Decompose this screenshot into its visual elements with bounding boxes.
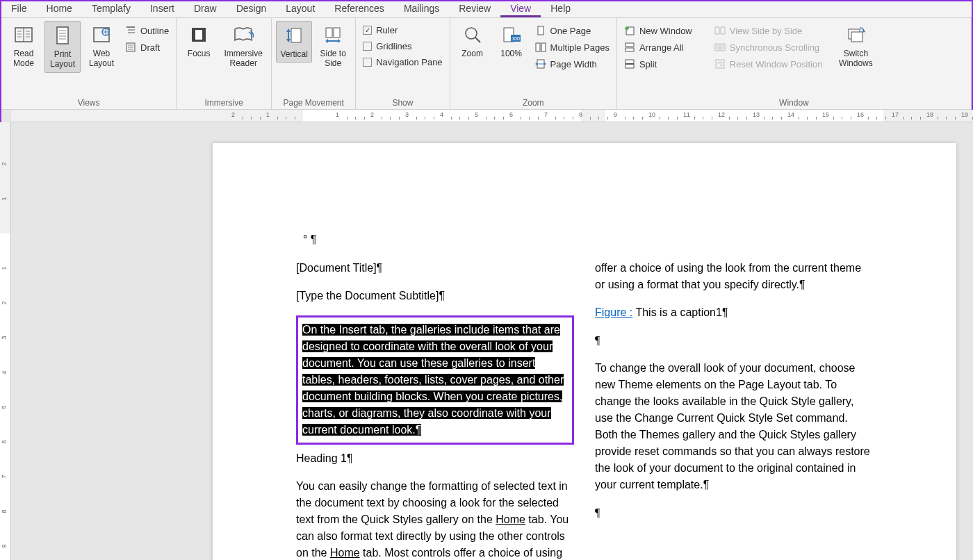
selection-highlight-box: On the Insert tab, the galleries include… bbox=[296, 315, 574, 445]
switch-windows-label: Switch Windows bbox=[836, 49, 875, 69]
zoom-icon bbox=[461, 24, 484, 46]
new-window-button[interactable]: New Window bbox=[621, 24, 695, 38]
gridlines-checkbox[interactable]: Gridlines bbox=[360, 40, 445, 53]
immersive-reader-icon bbox=[232, 24, 254, 46]
empty-para-1[interactable]: ¶ bbox=[595, 332, 873, 349]
multiple-pages-button[interactable]: Multiple Pages bbox=[532, 40, 612, 54]
vertical-ruler[interactable]: 21123456789 bbox=[0, 122, 11, 560]
read-mode-icon bbox=[13, 24, 35, 46]
document-title-placeholder[interactable]: [Document Title]¶ bbox=[296, 260, 574, 277]
focus-icon bbox=[188, 24, 210, 46]
switch-windows-button[interactable]: Switch Windows bbox=[835, 21, 876, 72]
menu-draw[interactable]: Draw bbox=[184, 1, 227, 17]
split-icon bbox=[624, 58, 635, 69]
menu-view[interactable]: View bbox=[500, 1, 541, 17]
reset-window-position-button: Reset Window Position bbox=[712, 57, 826, 71]
focus-button[interactable]: Focus bbox=[181, 21, 217, 61]
multiple-pages-label: Multiple Pages bbox=[550, 42, 610, 53]
menu-templafy[interactable]: Templafy bbox=[82, 1, 140, 17]
svg-rect-51 bbox=[626, 48, 634, 51]
svg-rect-54 bbox=[715, 27, 719, 34]
svg-marker-29 bbox=[286, 39, 291, 42]
checkbox-icon bbox=[363, 42, 372, 51]
svg-text:100: 100 bbox=[512, 36, 520, 41]
hundred-percent-button[interactable]: 100 100% bbox=[493, 21, 530, 61]
ribbon-group-zoom: Zoom 100 100% One Page bbox=[450, 18, 617, 109]
views-group-label: Views bbox=[6, 97, 172, 108]
svg-line-36 bbox=[475, 38, 480, 42]
svg-rect-42 bbox=[541, 43, 546, 51]
svg-marker-28 bbox=[286, 28, 291, 32]
empty-para-2[interactable]: ¶ bbox=[595, 504, 873, 521]
horizontal-ruler[interactable]: 2112345678910111213141516171819 bbox=[11, 110, 973, 122]
view-side-by-side-button: View Side by Side bbox=[712, 24, 826, 38]
synchronous-scrolling-label: Synchronous Scrolling bbox=[730, 42, 819, 53]
ribbon-group-window: New Window Arrange All Split bbox=[617, 18, 972, 109]
document-area[interactable]: ° ¶ [Document Title]¶ [Type the Document… bbox=[11, 122, 973, 560]
menu-home[interactable]: Home bbox=[37, 1, 82, 17]
svg-rect-30 bbox=[326, 28, 332, 38]
web-layout-label: Web Layout bbox=[85, 49, 118, 69]
menu-references[interactable]: References bbox=[325, 1, 394, 17]
immersive-reader-button[interactable]: Immersive Reader bbox=[220, 21, 267, 72]
split-label: Split bbox=[639, 59, 657, 69]
draft-button[interactable]: Draft bbox=[122, 40, 172, 54]
menu-mailings[interactable]: Mailings bbox=[394, 1, 449, 17]
svg-marker-45 bbox=[535, 63, 537, 65]
document-page[interactable]: ° ¶ [Document Title]¶ [Type the Document… bbox=[213, 143, 956, 560]
read-mode-button[interactable]: Read Mode bbox=[6, 21, 42, 72]
figure-caption[interactable]: Figure : This is a caption1¶ bbox=[595, 304, 873, 321]
side-to-side-icon bbox=[322, 24, 344, 46]
zoom-button[interactable]: Zoom bbox=[455, 21, 491, 61]
switch-windows-icon bbox=[844, 24, 867, 46]
reset-window-position-icon bbox=[714, 58, 726, 69]
focus-label: Focus bbox=[188, 49, 211, 58]
selected-paragraph[interactable]: On the Insert tab, the galleries include… bbox=[302, 324, 564, 436]
svg-rect-25 bbox=[195, 30, 202, 40]
read-mode-label: Read Mode bbox=[7, 49, 40, 69]
figure-link: Figure : bbox=[595, 306, 632, 318]
col2-main-para[interactable]: To change the overall look of your docum… bbox=[595, 360, 873, 493]
menu-file[interactable]: File bbox=[1, 1, 37, 17]
reset-window-position-label: Reset Window Position bbox=[730, 59, 823, 69]
ribbon-group-show: ✓ Ruler Gridlines Navigation Pane Show bbox=[356, 18, 450, 109]
ribbon: Read Mode Print Layout Web Layout bbox=[1, 18, 972, 110]
side-to-side-button[interactable]: Side to Side bbox=[315, 21, 351, 72]
one-page-button[interactable]: One Page bbox=[532, 24, 612, 38]
home-link-2: Home bbox=[330, 547, 360, 559]
view-side-by-side-label: View Side by Side bbox=[730, 26, 803, 36]
window-group-label: Window bbox=[621, 97, 967, 108]
ribbon-group-page-movement: Vertical Side to Side Page Movement bbox=[272, 18, 356, 109]
print-layout-button[interactable]: Print Layout bbox=[44, 21, 81, 73]
svg-rect-8 bbox=[57, 27, 68, 44]
figure-caption-text: This is a caption1¶ bbox=[632, 306, 728, 318]
ruler-checkbox[interactable]: ✓ Ruler bbox=[360, 24, 445, 37]
document-subtitle-placeholder[interactable]: [Type the Document Subtitle]¶ bbox=[296, 288, 574, 304]
menu-insert[interactable]: Insert bbox=[140, 1, 184, 17]
menu-help[interactable]: Help bbox=[541, 1, 580, 17]
col2-top-para[interactable]: offer a choice of using the look from th… bbox=[595, 260, 873, 293]
arrange-all-label: Arrange All bbox=[639, 42, 684, 53]
navigation-pane-label: Navigation Pane bbox=[376, 57, 442, 67]
web-layout-button[interactable]: Web Layout bbox=[83, 21, 120, 72]
draft-label: Draft bbox=[140, 42, 160, 53]
menu-review[interactable]: Review bbox=[449, 1, 500, 17]
svg-rect-40 bbox=[538, 26, 543, 35]
svg-rect-31 bbox=[334, 28, 340, 38]
paragraph-2[interactable]: You can easily change the formatting of … bbox=[296, 478, 574, 560]
vertical-button[interactable]: Vertical bbox=[276, 21, 312, 63]
menu-layout[interactable]: Layout bbox=[276, 1, 325, 17]
show-group-label: Show bbox=[360, 97, 445, 108]
ribbon-group-views: Read Mode Print Layout Web Layout bbox=[1, 18, 177, 109]
heading-1[interactable]: Heading 1¶ bbox=[296, 450, 574, 467]
view-side-by-side-icon bbox=[714, 25, 726, 36]
split-button[interactable]: Split bbox=[621, 57, 695, 71]
outline-label: Outline bbox=[140, 26, 169, 36]
navigation-pane-checkbox[interactable]: Navigation Pane bbox=[360, 56, 445, 69]
svg-rect-62 bbox=[851, 32, 862, 42]
outline-button[interactable]: Outline bbox=[122, 24, 172, 38]
svg-marker-34 bbox=[338, 39, 341, 43]
menu-design[interactable]: Design bbox=[227, 1, 277, 17]
arrange-all-button[interactable]: Arrange All bbox=[621, 40, 695, 54]
page-width-button[interactable]: Page Width bbox=[532, 57, 612, 71]
